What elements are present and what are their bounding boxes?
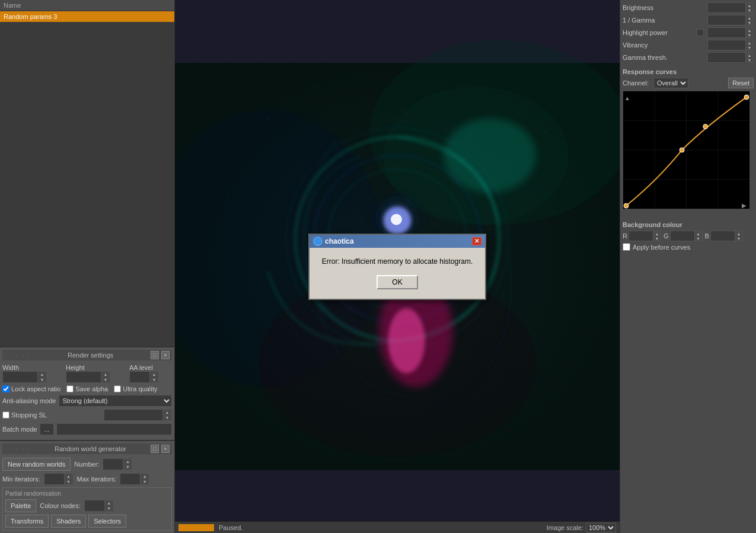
vibrancy-up[interactable]: ▲ (746, 40, 753, 45)
height-down-arrow[interactable]: ▼ (101, 377, 110, 382)
dialog-title: chaotica (325, 237, 354, 245)
height-up-arrow[interactable]: ▲ (101, 372, 110, 377)
number-up[interactable]: ▲ (123, 459, 132, 464)
r-input[interactable]: 0.1 (629, 231, 653, 241)
ultra-quality-label[interactable]: Ultra quality (114, 385, 157, 392)
gamma-thresh-row: Gamma thresh. 0.0 ▲ ▼ (623, 52, 754, 63)
curve-canvas[interactable]: ▲ ▶ (623, 91, 750, 209)
brightness-input-wrap: 4.0 ▲ ▼ (707, 2, 754, 13)
colour-nodes-spin: ▲ ▼ (105, 500, 114, 512)
gamma-thresh-input[interactable]: 0.0 (707, 52, 746, 63)
gamma-input[interactable]: 3.6 (707, 15, 746, 25)
g-down[interactable]: ▼ (695, 236, 702, 241)
max-iter-down[interactable]: ▼ (141, 479, 149, 484)
dialog-ok-btn[interactable]: OK (377, 275, 417, 289)
palette-row: Palette Colour nodes: 8 ▲ ▼ (5, 499, 169, 512)
width-down-arrow[interactable]: ▼ (38, 377, 46, 382)
svg-point-33 (680, 148, 684, 152)
gamma-input-wrap: 3.6 ▲ ▼ (707, 15, 754, 25)
colour-nodes-down[interactable]: ▼ (105, 506, 113, 511)
dialog-message: Error: Insufficient memory to allocate h… (319, 257, 476, 266)
save-alpha-checkbox[interactable] (66, 385, 74, 392)
iterators-row: Min iterators: 3 ▲ ▼ Max iterators: 5 ▲ … (2, 473, 172, 485)
number-input-wrap: 9 ▲ ▼ (103, 458, 132, 470)
selected-item[interactable]: Random params 3 (0, 11, 174, 22)
right-panel: Brightness 4.0 ▲ ▼ 1 / Gamma 3.6 ▲ ▼ (620, 0, 756, 533)
min-iter-input[interactable]: 3 (44, 473, 65, 485)
stopping-sl-check[interactable]: Stopping SL (2, 411, 47, 419)
panel-close-icon[interactable]: × (161, 351, 170, 359)
stopping-sl-spin: ▲ ▼ (163, 409, 172, 421)
selectors-btn[interactable]: Selectors (88, 515, 126, 528)
transforms-btn[interactable]: Transforms (5, 515, 49, 528)
dots-decoration: · · · · · (5, 352, 30, 359)
antialiasing-select[interactable]: Strong (default) Weak None (59, 395, 173, 407)
new-random-btn[interactable]: New random worlds (2, 458, 71, 471)
min-iter-down[interactable]: ▼ (65, 479, 73, 484)
max-iter-up[interactable]: ▲ (141, 474, 149, 479)
colour-nodes-up[interactable]: ▲ (105, 500, 113, 506)
vibrancy-down[interactable]: ▼ (746, 45, 753, 50)
dialog-close-btn[interactable]: ✕ (472, 237, 481, 245)
batch-dots-btn[interactable]: ... (40, 423, 54, 435)
panel-pin-icon[interactable]: □ (151, 351, 159, 359)
apply-before-curves-checkbox[interactable] (623, 243, 630, 251)
min-iter-wrap: 3 ▲ ▼ (44, 473, 74, 485)
channel-select[interactable]: Overall Red Green Blue (653, 78, 688, 88)
stopping-sl-up[interactable]: ▲ (163, 410, 171, 415)
b-input[interactable]: 0.1 (710, 231, 735, 241)
reset-btn[interactable]: Reset (728, 78, 754, 88)
g-up[interactable]: ▲ (695, 231, 702, 236)
lock-aspect-label[interactable]: Lock aspect ratio (2, 385, 60, 392)
shaders-btn[interactable]: Shaders (51, 515, 86, 528)
b-up[interactable]: ▲ (735, 231, 742, 236)
highlight-input[interactable]: 0.003 (707, 27, 746, 38)
gamma-thresh-down[interactable]: ▼ (746, 58, 753, 62)
aa-up-arrow[interactable]: ▲ (150, 372, 158, 377)
highlight-down[interactable]: ▼ (746, 33, 753, 37)
number-down[interactable]: ▼ (123, 464, 132, 470)
brightness-down[interactable]: ▼ (746, 8, 753, 12)
gamma-thresh-up[interactable]: ▲ (746, 53, 753, 58)
stopping-sl-input[interactable]: 16.00 (104, 409, 163, 421)
brightness-up[interactable]: ▲ (746, 3, 753, 8)
width-label: Width (2, 364, 63, 371)
palette-btn[interactable]: Palette (5, 499, 36, 512)
width-input[interactable]: 7680 (2, 371, 38, 383)
vibrancy-input[interactable]: 1.0 (707, 40, 746, 50)
number-label: Number: (74, 461, 99, 468)
colour-nodes-input[interactable]: 8 (84, 500, 105, 512)
ultra-quality-checkbox[interactable] (114, 385, 121, 392)
aa-group: AA level 2 ▲ ▼ (129, 364, 172, 383)
b-down[interactable]: ▼ (735, 236, 742, 241)
number-input[interactable]: 9 (103, 458, 123, 470)
stopping-sl-down[interactable]: ▼ (163, 415, 171, 420)
save-alpha-label[interactable]: Save alpha (66, 385, 108, 392)
gamma-row: 1 / Gamma 3.6 ▲ ▼ (623, 15, 754, 25)
lock-aspect-checkbox[interactable] (2, 385, 9, 392)
min-iter-up[interactable]: ▲ (65, 474, 73, 479)
svg-point-32 (624, 203, 629, 208)
width-up-arrow[interactable]: ▲ (38, 372, 46, 377)
gamma-up[interactable]: ▲ (746, 15, 753, 20)
min-iter-spin: ▲ ▼ (65, 473, 74, 485)
max-iter-spin: ▲ ▼ (141, 473, 149, 485)
brightness-input[interactable]: 4.0 (707, 2, 746, 13)
rw-pin-icon[interactable]: □ (151, 445, 159, 453)
min-iter-label: Min iterators: (2, 475, 40, 483)
highlight-up[interactable]: ▲ (746, 28, 753, 33)
g-input[interactable]: 0.1 (670, 231, 695, 241)
aa-input[interactable]: 2 (129, 371, 150, 383)
gamma-down[interactable]: ▼ (746, 20, 753, 25)
name-header: Name (0, 0, 174, 11)
name-column-label: Name (4, 2, 21, 9)
r-up[interactable]: ▲ (653, 231, 661, 236)
highlight-checkbox[interactable] (697, 29, 704, 36)
stopping-sl-checkbox[interactable] (2, 411, 9, 419)
stopping-sl-input-wrap: 16.00 ▲ ▼ (104, 409, 172, 421)
r-down[interactable]: ▼ (653, 236, 661, 241)
rw-close-icon[interactable]: × (161, 445, 170, 453)
aa-down-arrow[interactable]: ▼ (150, 377, 158, 382)
height-input[interactable]: 10031 (66, 371, 101, 383)
max-iter-input[interactable]: 5 (120, 473, 141, 485)
